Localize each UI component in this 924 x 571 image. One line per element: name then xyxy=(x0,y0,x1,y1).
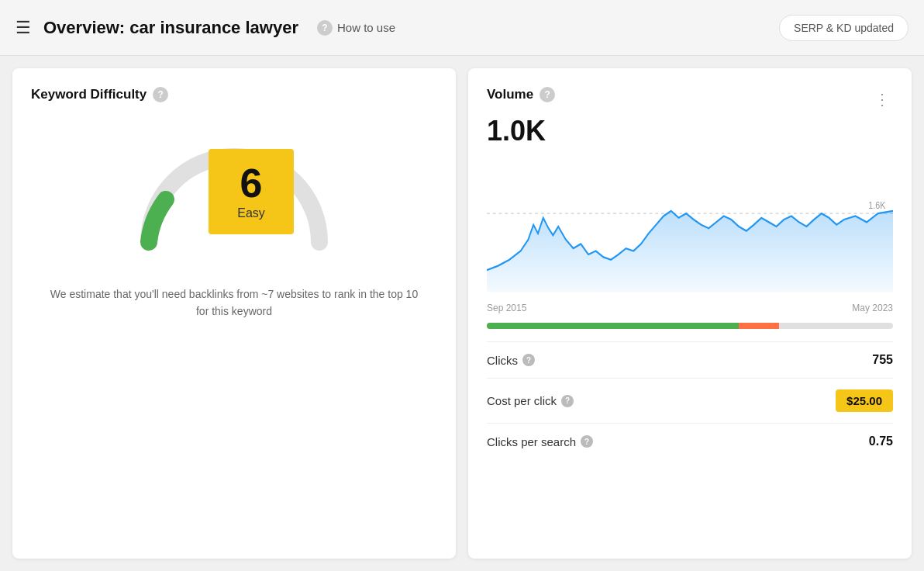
chart-x-end: May 2023 xyxy=(852,303,893,313)
chart-container: 1.6K xyxy=(487,157,893,296)
gauge-container: 6 Easy xyxy=(31,118,437,273)
difficulty-label: Easy xyxy=(237,206,265,220)
progress-bar xyxy=(487,323,893,329)
cps-metric-row: Clicks per search ? 0.75 xyxy=(487,423,893,459)
cps-help-icon[interactable]: ? xyxy=(581,435,593,448)
volume-chart: 1.6K xyxy=(487,157,893,296)
chart-x-start: Sep 2015 xyxy=(487,303,526,313)
volume-help-icon[interactable]: ? xyxy=(540,87,555,102)
cpc-value: $25.00 xyxy=(836,389,893,412)
kd-description: We estimate that you'll need backlinks f… xyxy=(31,286,437,320)
page-title: Overview: car insurance lawyer xyxy=(43,18,298,38)
score-badge: 6 Easy xyxy=(209,149,294,234)
progress-green-segment xyxy=(487,323,739,329)
kd-title-text: Keyword Difficulty xyxy=(31,87,147,102)
score-number: 6 xyxy=(240,163,263,203)
cps-label: Clicks per search ? xyxy=(487,435,593,448)
volume-card-header: Volume ? ⋮ xyxy=(487,87,893,112)
chart-labels: Sep 2015 May 2023 xyxy=(487,303,893,313)
svg-text:1.6K: 1.6K xyxy=(868,201,885,211)
clicks-label: Clicks ? xyxy=(487,354,535,367)
how-to-use-button[interactable]: ? How to use xyxy=(317,20,395,36)
cps-value: 0.75 xyxy=(869,434,893,448)
kd-help-icon[interactable]: ? xyxy=(153,87,168,102)
cpc-label: Cost per click ? xyxy=(487,394,574,407)
main-content: Keyword Difficulty ? 6 Easy We estimate … xyxy=(0,56,924,571)
progress-orange-segment xyxy=(739,323,779,329)
cpc-metric-row: Cost per click ? $25.00 xyxy=(487,378,893,423)
how-to-use-question-icon: ? xyxy=(317,20,333,36)
more-options-icon[interactable]: ⋮ xyxy=(871,87,893,112)
how-to-use-label: How to use xyxy=(337,21,395,34)
header: ☰ Overview: car insurance lawyer ? How t… xyxy=(0,0,924,56)
volume-title-text: Volume xyxy=(487,87,533,102)
clicks-help-icon[interactable]: ? xyxy=(522,354,535,366)
clicks-value: 755 xyxy=(872,353,893,367)
volume-title: Volume ? xyxy=(487,87,555,102)
keyword-difficulty-card: Keyword Difficulty ? 6 Easy We estimate … xyxy=(12,68,456,559)
cpc-help-icon[interactable]: ? xyxy=(561,395,574,407)
serp-badge-label: SERP & KD updated xyxy=(794,22,894,34)
clicks-metric-row: Clicks ? 755 xyxy=(487,341,893,378)
menu-icon[interactable]: ☰ xyxy=(16,18,31,38)
volume-card: Volume ? ⋮ 1.0K 1.6K xyxy=(468,68,912,559)
volume-value: 1.0K xyxy=(487,115,893,147)
kd-card-title: Keyword Difficulty ? xyxy=(31,87,437,102)
serp-badge[interactable]: SERP & KD updated xyxy=(779,15,908,41)
